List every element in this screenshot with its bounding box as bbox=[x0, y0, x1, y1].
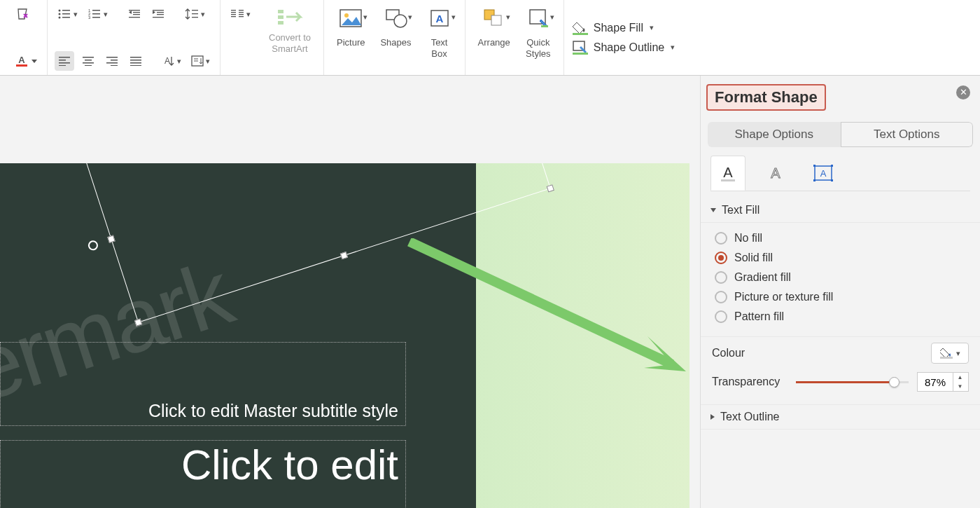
section-text-fill[interactable]: Text Fill bbox=[701, 198, 980, 223]
svg-rect-21 bbox=[153, 17, 164, 18]
chevron-down-icon: ▾ bbox=[671, 43, 675, 52]
svg-rect-61 bbox=[491, 15, 501, 25]
chevron-down-icon: ▾ bbox=[506, 13, 510, 22]
tab-shape-options[interactable]: Shape Options bbox=[708, 122, 841, 147]
svg-rect-24 bbox=[192, 17, 198, 18]
selection-handle[interactable] bbox=[107, 235, 115, 243]
radio-no-fill[interactable]: No fill bbox=[715, 228, 970, 248]
subtab-text-fill[interactable]: A bbox=[710, 156, 746, 191]
radio-pattern-fill[interactable]: Pattern fill bbox=[715, 307, 970, 327]
svg-rect-13 bbox=[92, 17, 100, 18]
radio-solid-fill[interactable]: Solid fill bbox=[715, 248, 970, 268]
svg-rect-53 bbox=[278, 21, 284, 25]
transparency-spinbox[interactable]: ▲▼ bbox=[917, 372, 969, 392]
selection-handle[interactable] bbox=[547, 184, 554, 192]
decrease-indent-button[interactable] bbox=[125, 4, 144, 24]
title-placeholder-text: Click to edit bbox=[181, 441, 398, 489]
svg-rect-68 bbox=[721, 179, 735, 181]
spin-up[interactable]: ▲ bbox=[953, 373, 967, 382]
section-text-outline[interactable]: Text Outline bbox=[701, 405, 980, 430]
quick-styles-button[interactable]: ▾ Quick Styles bbox=[520, 4, 556, 71]
svg-rect-50 bbox=[239, 16, 244, 17]
svg-rect-32 bbox=[85, 65, 92, 66]
align-justify-button[interactable] bbox=[126, 51, 146, 71]
text-fill-options: No fill Solid fill Gradient fill Picture… bbox=[701, 223, 980, 337]
colour-row: Colour ▾ bbox=[701, 337, 980, 369]
align-text-icon bbox=[191, 55, 204, 67]
subtab-text-box[interactable]: A bbox=[806, 156, 841, 191]
shapes-button[interactable]: ▾ Shapes bbox=[374, 4, 416, 71]
chevron-down-icon: ▾ bbox=[956, 349, 960, 358]
svg-rect-43 bbox=[231, 10, 236, 11]
bullets-button[interactable]: ▾ bbox=[55, 4, 80, 24]
align-left-button[interactable] bbox=[55, 51, 74, 71]
svg-rect-44 bbox=[231, 12, 236, 13]
chevron-down-icon: ▾ bbox=[201, 10, 205, 19]
align-right-button[interactable] bbox=[102, 51, 122, 71]
close-pane-button[interactable]: ✕ bbox=[956, 85, 970, 99]
align-center-icon bbox=[82, 56, 94, 66]
shapes-label: Shapes bbox=[380, 37, 411, 48]
svg-rect-27 bbox=[59, 62, 70, 64]
svg-rect-34 bbox=[111, 60, 118, 61]
svg-rect-11 bbox=[92, 13, 100, 15]
svg-rect-46 bbox=[231, 16, 236, 17]
tab-text-options[interactable]: Text Options bbox=[841, 122, 974, 147]
format-shape-pane: Format Shape ✕ Shape Options Text Option… bbox=[700, 76, 980, 508]
svg-rect-63 bbox=[541, 25, 548, 27]
svg-rect-36 bbox=[111, 65, 118, 66]
arrange-button[interactable]: ▾ Arrange bbox=[472, 4, 516, 71]
text-box-prop-icon: A bbox=[813, 165, 833, 181]
svg-rect-40 bbox=[130, 65, 141, 66]
colour-picker-button[interactable]: ▾ bbox=[931, 343, 969, 364]
decrease-indent-icon bbox=[128, 8, 141, 20]
svg-rect-16 bbox=[133, 14, 140, 15]
picture-button[interactable]: ▾ Picture bbox=[331, 4, 370, 71]
svg-rect-28 bbox=[59, 65, 66, 66]
svg-text:A: A bbox=[771, 165, 780, 181]
ribbon: A ▾ 123▾ ▾ A▾ ▾ ▾ bbox=[0, 0, 980, 76]
transparency-slider[interactable] bbox=[796, 375, 909, 389]
font-color-button[interactable]: A bbox=[13, 51, 40, 71]
svg-rect-51 bbox=[278, 10, 284, 13]
arrange-label: Arrange bbox=[478, 37, 510, 48]
section-text-outline-label: Text Outline bbox=[720, 411, 779, 423]
title-placeholder[interactable]: Click to edit bbox=[0, 440, 406, 508]
chevron-down-icon: ▾ bbox=[550, 13, 554, 22]
svg-rect-74 bbox=[813, 179, 816, 181]
smartart-icon bbox=[276, 7, 303, 29]
text-direction-button[interactable]: A▾ bbox=[160, 51, 184, 71]
svg-rect-20 bbox=[157, 14, 164, 15]
align-text-button[interactable]: ▾ bbox=[188, 51, 213, 71]
svg-rect-76 bbox=[940, 357, 953, 359]
svg-rect-33 bbox=[106, 57, 118, 58]
convert-to-smartart-button[interactable]: Convert to SmartArt bbox=[263, 4, 316, 71]
clear-formatting-button[interactable] bbox=[13, 4, 32, 24]
spin-down[interactable]: ▼ bbox=[953, 382, 967, 391]
shape-outline-button[interactable]: Shape Outline ▾ bbox=[573, 41, 675, 55]
svg-point-4 bbox=[59, 13, 61, 15]
subtitle-placeholder[interactable]: Click to edit Master subtitle style bbox=[0, 342, 406, 426]
columns-button[interactable]: ▾ bbox=[227, 4, 253, 24]
align-center-button[interactable] bbox=[78, 51, 98, 71]
svg-rect-14 bbox=[129, 10, 140, 11]
subtab-text-effects[interactable]: A bbox=[758, 156, 793, 191]
slide[interactable]: termark Click to edit Master subtitle st… bbox=[0, 163, 690, 508]
transparency-input[interactable] bbox=[918, 373, 953, 391]
svg-rect-64 bbox=[573, 33, 588, 35]
chevron-down-icon: ▾ bbox=[363, 13, 368, 22]
bullets-icon bbox=[57, 8, 71, 20]
shape-fill-button[interactable]: Shape Fill ▾ bbox=[573, 21, 675, 35]
section-text-fill-label: Text Fill bbox=[722, 204, 760, 217]
text-box-button[interactable]: A ▾ Text Box bbox=[421, 4, 458, 71]
numbering-button[interactable]: 123▾ bbox=[85, 4, 111, 24]
increase-indent-button[interactable] bbox=[148, 4, 168, 24]
line-spacing-button[interactable]: ▾ bbox=[182, 4, 208, 24]
convert-to-smartart-label: Convert to SmartArt bbox=[269, 32, 311, 54]
radio-gradient-fill[interactable]: Gradient fill bbox=[715, 268, 970, 287]
svg-rect-72 bbox=[813, 165, 816, 167]
subtitle-placeholder-text: Click to edit Master subtitle style bbox=[148, 401, 398, 421]
svg-rect-15 bbox=[133, 12, 140, 13]
radio-picture-fill[interactable]: Picture or texture fill bbox=[715, 287, 970, 307]
svg-rect-66 bbox=[573, 53, 588, 55]
